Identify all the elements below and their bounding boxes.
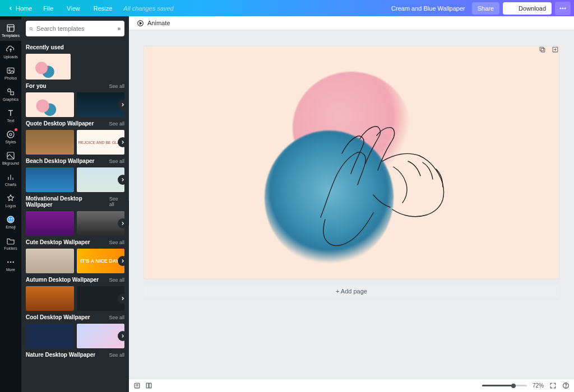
template-thumb[interactable] — [26, 286, 74, 311]
more-horizontal-icon — [559, 4, 567, 12]
section-beach: Beach Desktop Wallpaper See all — [26, 158, 124, 164]
svg-point-9 — [8, 88, 11, 91]
status-bar: 72% — [129, 379, 574, 392]
see-all-link[interactable]: See all — [109, 121, 124, 127]
filter-icon[interactable] — [117, 25, 121, 32]
svg-point-46 — [566, 387, 566, 388]
svg-rect-10 — [11, 92, 13, 95]
search-input[interactable] — [36, 25, 114, 32]
svg-point-2 — [564, 7, 566, 8]
help-icon[interactable] — [562, 382, 570, 389]
templates-panel: Recently used For you See all Quote Desk… — [21, 16, 129, 392]
zoom-slider[interactable] — [482, 385, 527, 386]
svg-rect-3 — [7, 25, 14, 31]
row-scroll-right[interactable] — [118, 256, 128, 266]
template-thumb[interactable] — [26, 211, 74, 236]
more-button[interactable] — [555, 2, 571, 15]
see-all-link[interactable]: See all — [109, 83, 124, 89]
row-scroll-right[interactable] — [118, 218, 128, 228]
svg-rect-43 — [146, 383, 149, 388]
svg-rect-36 — [540, 47, 544, 51]
svg-point-8 — [9, 69, 11, 71]
svg-point-1 — [562, 7, 563, 8]
fullscreen-icon[interactable] — [549, 382, 557, 389]
svg-rect-44 — [149, 383, 151, 388]
section-motivational: Motivational Desktop Wallpaper See all — [26, 195, 124, 208]
line-art-hands[interactable] — [298, 100, 472, 268]
section-quote: Quote Desktop Wallpaper See all — [26, 120, 124, 127]
see-all-link[interactable]: See all — [109, 352, 124, 358]
home-button[interactable]: Home — [3, 0, 36, 16]
search-icon — [29, 25, 33, 32]
add-page-button[interactable]: + Add page — [144, 284, 559, 298]
editor-area: Animate — [129, 16, 574, 392]
page-tools — [144, 46, 559, 53]
see-all-link[interactable]: See all — [109, 240, 124, 245]
see-all-link[interactable]: See all — [109, 315, 124, 320]
rail-templates[interactable]: Templates — [0, 20, 21, 41]
template-thumb[interactable] — [26, 92, 74, 117]
template-thumb[interactable] — [26, 54, 71, 80]
rail-folders[interactable]: Folders — [0, 232, 21, 254]
svg-marker-34 — [140, 22, 141, 24]
template-thumb[interactable] — [26, 167, 74, 192]
svg-point-20 — [9, 218, 10, 219]
save-status: All changes saved — [123, 5, 173, 12]
rail-more[interactable]: More — [0, 254, 21, 275]
row-scroll-right[interactable] — [118, 100, 128, 110]
row-scroll-right[interactable] — [118, 293, 128, 304]
design-canvas[interactable] — [144, 46, 559, 279]
new-badge-dot — [15, 128, 17, 131]
rail-graphics[interactable]: Graphics — [0, 83, 21, 105]
rail-emoji[interactable]: Emoji — [0, 211, 21, 232]
share-button[interactable]: Share — [472, 2, 499, 15]
rail-photos[interactable]: Photos — [0, 62, 21, 83]
download-button[interactable]: Download — [503, 2, 552, 15]
play-icon — [137, 20, 144, 27]
grid-view-icon[interactable] — [145, 382, 152, 389]
chevron-left-icon — [8, 6, 13, 11]
row-scroll-right[interactable] — [118, 175, 128, 185]
row-scroll-right[interactable] — [118, 137, 128, 147]
svg-point-19 — [7, 216, 14, 223]
menu-resize[interactable]: Resize — [87, 5, 119, 12]
svg-rect-35 — [541, 48, 545, 52]
svg-point-24 — [12, 261, 14, 263]
see-all-link[interactable]: See all — [109, 196, 124, 207]
section-cool: Cool Desktop Wallpaper See all — [26, 314, 124, 320]
rail-background[interactable]: Bkground — [0, 147, 21, 169]
template-thumb[interactable] — [26, 324, 74, 348]
template-thumb[interactable] — [26, 130, 74, 155]
svg-point-32 — [118, 29, 119, 30]
notes-icon[interactable] — [133, 382, 141, 389]
animate-button[interactable]: Animate — [133, 18, 173, 29]
template-thumb[interactable] — [26, 249, 74, 273]
document-title[interactable]: Cream and Blue Wallpaper — [391, 5, 465, 12]
zoom-value[interactable]: 72% — [533, 382, 544, 389]
svg-point-22 — [7, 261, 9, 263]
section-nature: Nature Desktop Wallpaper See all — [26, 352, 124, 358]
menu-file[interactable]: File — [36, 5, 60, 12]
app-body: Templates Uploads Photos Graphics Text S… — [0, 16, 574, 392]
section-cute: Cute Desktop Wallpaper See all — [26, 239, 124, 245]
svg-point-31 — [119, 28, 120, 29]
svg-point-30 — [118, 27, 119, 28]
rail-logos[interactable]: Logos — [0, 190, 21, 211]
see-all-link[interactable]: See all — [109, 277, 124, 283]
row-scroll-right[interactable] — [118, 331, 128, 341]
see-all-link[interactable]: See all — [109, 158, 124, 164]
top-menu-bar: Home File View Resize All changes saved … — [0, 0, 574, 16]
add-page-icon[interactable] — [552, 46, 559, 53]
canvas-scroll[interactable]: + Add page — [129, 30, 574, 379]
duplicate-page-icon[interactable] — [539, 46, 546, 53]
menu-view[interactable]: View — [60, 5, 87, 12]
rail-charts[interactable]: Charts — [0, 169, 21, 190]
templates-scroll[interactable]: Recently used For you See all Quote Desk… — [21, 41, 129, 392]
search-templates[interactable] — [26, 21, 124, 36]
rail-uploads[interactable]: Uploads — [0, 41, 21, 62]
tool-rail: Templates Uploads Photos Graphics Text S… — [0, 16, 21, 392]
section-for-you: For you See all — [26, 83, 124, 89]
rail-text[interactable]: Text — [0, 105, 21, 126]
svg-line-26 — [32, 29, 33, 30]
rail-styles[interactable]: Styles — [0, 126, 21, 147]
